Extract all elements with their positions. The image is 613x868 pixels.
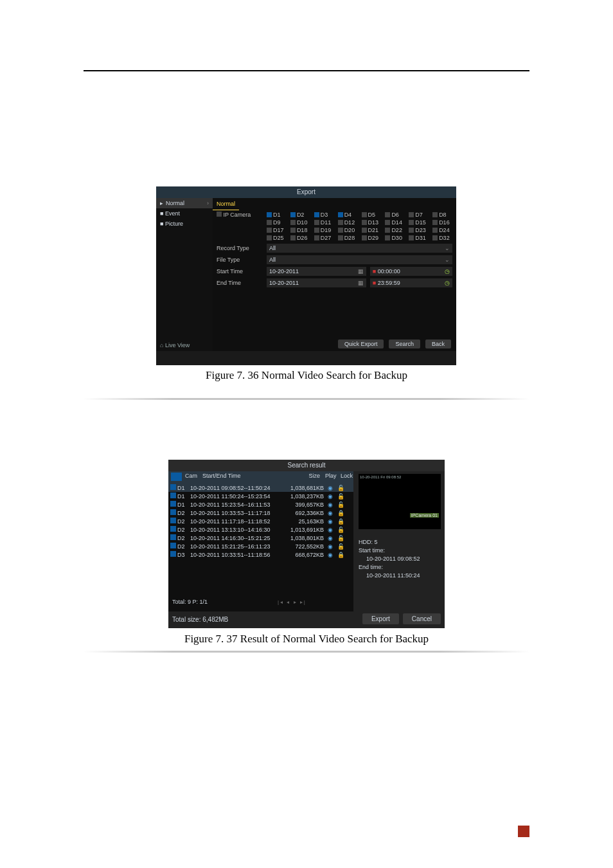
page-number-badge [518,826,529,840]
row-checkbox[interactable] [168,543,177,550]
cancel-button[interactable]: Cancel [403,613,441,624]
unlock-icon[interactable]: 🔓 [335,485,346,491]
size-cell: 722,552KB [287,543,325,550]
sidebar-item-picture[interactable]: ■ Picture [156,219,213,229]
row-checkbox[interactable] [168,509,177,516]
live-view-link[interactable]: ⌂ Live View [156,339,213,351]
camera-d7[interactable]: D7 [409,212,429,218]
play-icon[interactable]: ◉ [325,493,335,500]
table-row[interactable]: D210-20-2011 14:16:30--15:21:251,038,801… [168,534,353,542]
camera-d30[interactable]: D30 [385,235,405,241]
play-icon[interactable]: ◉ [325,552,335,558]
unlock-icon[interactable]: 🔓 [335,535,346,541]
start-time-time[interactable]: ■ 00:00:00◷ [370,267,452,276]
camera-d28[interactable]: D28 [338,235,358,241]
header-check[interactable] [168,471,182,484]
row-checkbox[interactable] [168,551,177,558]
table-row[interactable]: D310-20-2011 10:33:51--11:18:56668,672KB… [168,550,353,559]
pager-controls[interactable]: |◂ ◂ ▸ ▸| [278,599,306,605]
checkbox-icon [314,220,319,225]
row-checkbox[interactable] [168,501,177,508]
unlock-icon[interactable]: 🔓 [335,527,346,533]
camera-d16[interactable]: D16 [432,219,452,226]
file-type-select[interactable]: All⌄ [267,255,452,264]
play-icon[interactable]: ◉ [325,510,335,516]
camera-d10[interactable]: D10 [290,219,310,226]
table-row[interactable]: D210-20-2011 15:21:25--16:11:23722,552KB… [168,542,353,550]
camera-d19[interactable]: D19 [314,227,334,233]
camera-d12[interactable]: D12 [338,219,358,226]
chevron-right-icon: › [207,200,209,206]
camera-d11[interactable]: D11 [314,219,334,226]
camera-d14[interactable]: D14 [385,219,405,226]
camera-d27[interactable]: D27 [314,235,334,241]
end-time-date[interactable]: 10-20-2011▦ [267,278,366,287]
result-table: Cam Start/End Time Size Play Lock D110-2… [168,471,353,611]
camera-d31[interactable]: D31 [409,235,429,241]
table-row[interactable]: D210-20-2011 11:17:18--11:18:5225,163KB◉… [168,517,353,525]
play-icon[interactable]: ◉ [325,485,335,491]
row-checkbox[interactable] [168,526,177,533]
unlock-icon[interactable]: 🔓 [335,493,346,500]
row-checkbox[interactable] [168,484,177,491]
start-time-date[interactable]: 10-20-2011▦ [267,267,366,276]
play-icon[interactable]: ◉ [325,527,335,533]
tab-normal[interactable]: Normal [213,198,239,210]
lock-icon[interactable]: 🔒 [335,510,346,516]
play-icon[interactable]: ◉ [325,543,335,550]
export-button[interactable]: Export [362,613,399,624]
unlock-icon[interactable]: 🔓 [335,543,346,550]
play-icon[interactable]: ◉ [325,502,335,508]
search-button[interactable]: Search [389,339,420,348]
camera-d20[interactable]: D20 [338,227,358,233]
cam-cell: D2 [177,543,190,550]
table-row[interactable]: D210-20-2011 10:33:53--11:17:18692,336KB… [168,509,353,517]
camera-d3[interactable]: D3 [314,212,334,218]
camera-d2[interactable]: D2 [290,212,310,218]
camera-d26[interactable]: D26 [290,235,310,241]
unlock-icon[interactable]: 🔓 [335,502,346,508]
camera-d5[interactable]: D5 [362,212,382,218]
camera-d8[interactable]: D8 [432,212,452,218]
table-row[interactable]: D110-20-2011 11:50:24--15:23:541,038,237… [168,492,353,500]
back-button[interactable]: Back [425,339,451,348]
record-type-select[interactable]: All⌄ [267,244,452,253]
live-view-label: Live View [165,342,190,348]
camera-d9[interactable]: D9 [267,219,287,226]
camera-d23[interactable]: D23 [409,227,429,233]
row-checkbox[interactable] [168,534,177,541]
chevron-down-icon: ⌄ [445,257,450,263]
sidebar-item-event[interactable]: ■ Event [156,208,213,219]
lock-icon[interactable]: 🔒 [335,552,346,558]
camera-d18[interactable]: D18 [290,227,310,233]
camera-d32[interactable]: D32 [432,235,452,241]
row-checkbox[interactable] [168,518,177,525]
checkbox-icon [362,220,367,225]
camera-d21[interactable]: D21 [362,227,382,233]
camera-d17[interactable]: D17 [267,227,287,233]
camera-d6[interactable]: D6 [385,212,405,218]
ip-camera-checkbox[interactable]: IP Camera [217,212,263,218]
table-row[interactable]: D110-20-2011 15:23:54--16:11:53399,657KB… [168,500,353,509]
play-icon[interactable]: ◉ [325,535,335,541]
time-cell: 10-20-2011 15:21:25--16:11:23 [190,543,287,550]
camera-d4[interactable]: D4 [338,212,358,218]
row-checkbox[interactable] [168,493,177,500]
play-icon[interactable]: ◉ [325,518,335,525]
checkbox-icon [170,509,176,515]
sidebar-item-normal[interactable]: ▸ Normal › [156,198,213,208]
cam-cell: D2 [177,535,190,541]
camera-d25[interactable]: D25 [267,235,287,241]
header-time: Start/End Time [200,471,286,484]
table-row[interactable]: D110-20-2011 09:08:52--11:50:241,038,681… [168,484,353,492]
camera-d29[interactable]: D29 [362,235,382,241]
camera-d22[interactable]: D22 [385,227,405,233]
camera-d13[interactable]: D13 [362,219,382,226]
end-time-time[interactable]: ■ 23:59:59◷ [370,278,452,287]
camera-d15[interactable]: D15 [409,219,429,226]
lock-icon[interactable]: 🔒 [335,518,346,525]
camera-d24[interactable]: D24 [432,227,452,233]
camera-d1[interactable]: D1 [267,212,287,218]
table-row[interactable]: D210-20-2011 13:13:10--14:16:301,013,691… [168,525,353,534]
quick-export-button[interactable]: Quick Export [338,339,384,348]
